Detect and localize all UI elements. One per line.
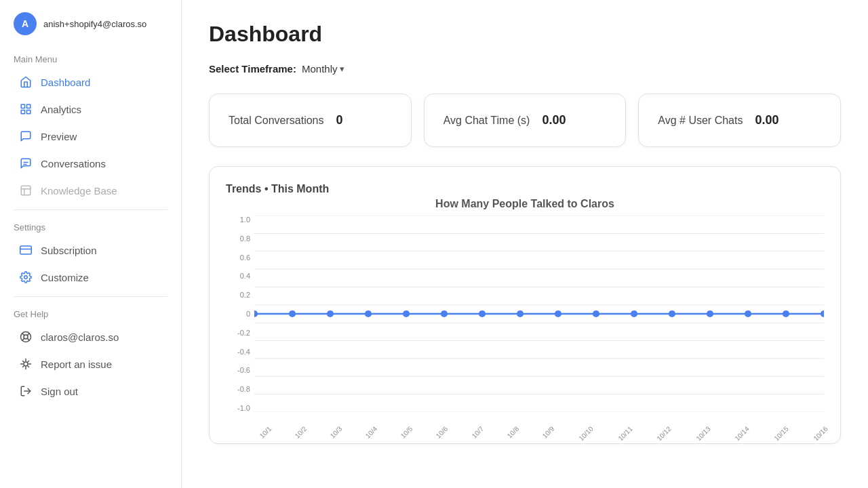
svg-rect-7 bbox=[20, 246, 32, 254]
svg-point-35 bbox=[254, 310, 258, 317]
sidebar-item-dashboard[interactable]: Dashboard bbox=[5, 69, 176, 95]
y-axis-label: 0.4 bbox=[240, 272, 250, 280]
stat-label-1: Avg Chat Time (s) bbox=[443, 115, 530, 127]
sidebar-item-report[interactable]: Report an issue bbox=[5, 351, 176, 377]
svg-point-37 bbox=[327, 310, 334, 317]
x-axis-label: 10/9 bbox=[540, 425, 555, 440]
svg-point-50 bbox=[821, 310, 824, 317]
chart-subtitle: How Many People Talked to Claros bbox=[226, 198, 824, 210]
sidebar-item-preview[interactable]: Preview bbox=[5, 123, 176, 149]
stat-value-2: 0.00 bbox=[755, 113, 778, 127]
sidebar-item-dashboard-label: Dashboard bbox=[41, 77, 90, 88]
svg-point-45 bbox=[631, 310, 637, 317]
svg-line-12 bbox=[22, 333, 24, 336]
svg-rect-1 bbox=[27, 104, 31, 108]
divider-settings bbox=[14, 209, 167, 210]
y-axis-label: -0.8 bbox=[237, 385, 250, 393]
sidebar-item-signout-label: Sign out bbox=[41, 386, 78, 397]
sidebar-item-conversations[interactable]: Conversations bbox=[5, 150, 176, 176]
x-axis-label: 10/12 bbox=[655, 425, 672, 442]
chart-area bbox=[254, 216, 824, 412]
sidebar-item-analytics[interactable]: Analytics bbox=[5, 96, 176, 122]
y-axis-label: 0.2 bbox=[240, 291, 250, 299]
x-axis-label: 10/6 bbox=[435, 425, 450, 440]
sidebar-item-knowledge-base: Knowledge Base bbox=[5, 178, 176, 203]
divider-help bbox=[14, 296, 167, 297]
svg-point-49 bbox=[783, 310, 789, 317]
preview-icon bbox=[19, 129, 33, 143]
signout-icon bbox=[19, 384, 33, 398]
timeframe-select[interactable]: Monthly ▾ bbox=[302, 63, 345, 75]
sidebar-item-preview-label: Preview bbox=[41, 131, 77, 142]
subscription-icon bbox=[19, 243, 33, 257]
sidebar-item-email[interactable]: claros@claros.so bbox=[5, 324, 176, 350]
svg-point-36 bbox=[289, 310, 296, 317]
page-title: Dashboard bbox=[209, 22, 841, 47]
svg-rect-0 bbox=[21, 104, 24, 108]
svg-point-42 bbox=[517, 310, 524, 317]
x-axis-label: 10/14 bbox=[734, 425, 751, 442]
sidebar-item-knowledge-base-label: Knowledge Base bbox=[41, 185, 117, 197]
x-axis-label: 10/8 bbox=[505, 425, 520, 440]
x-axis: 10/110/210/310/410/510/610/710/810/910/1… bbox=[254, 412, 824, 432]
sidebar-item-customize[interactable]: Customize bbox=[5, 264, 176, 290]
x-axis-label: 10/11 bbox=[616, 425, 633, 442]
user-email: anish+shopify4@claros.so bbox=[43, 19, 146, 29]
sidebar: A anish+shopify4@claros.so Main Menu Das… bbox=[0, 0, 182, 488]
home-icon bbox=[19, 75, 33, 89]
y-axis: 1.00.80.60.40.20-0.2-0.4-0.6-0.8-1.0 bbox=[226, 216, 254, 412]
chart-title: Trends • This Month bbox=[226, 183, 824, 195]
y-axis-label: -0.4 bbox=[237, 348, 250, 356]
bug-icon bbox=[19, 357, 33, 371]
sidebar-item-subscription-label: Subscription bbox=[41, 245, 97, 256]
x-axis-label: 10/15 bbox=[772, 425, 789, 442]
y-axis-label: -0.2 bbox=[237, 329, 250, 337]
svg-point-38 bbox=[365, 310, 372, 317]
stat-label-0: Total Conversations bbox=[229, 115, 324, 127]
x-axis-label: 10/1 bbox=[258, 425, 273, 440]
svg-point-43 bbox=[555, 310, 561, 317]
gear-icon bbox=[19, 270, 33, 284]
svg-line-13 bbox=[27, 338, 29, 340]
svg-point-44 bbox=[593, 310, 599, 317]
svg-point-47 bbox=[707, 310, 713, 317]
x-axis-label: 10/4 bbox=[364, 425, 379, 440]
knowledge-base-icon bbox=[19, 184, 33, 197]
y-axis-label: -1.0 bbox=[237, 404, 250, 412]
sidebar-item-email-label: claros@claros.so bbox=[41, 331, 119, 343]
stat-label-2: Avg # User Chats bbox=[658, 115, 743, 127]
x-axis-label: 10/3 bbox=[329, 425, 344, 440]
main-content: Dashboard Select Timeframe: Monthly ▾ To… bbox=[182, 0, 868, 488]
sidebar-item-subscription[interactable]: Subscription bbox=[5, 237, 176, 263]
stat-value-1: 0.00 bbox=[542, 113, 566, 127]
stat-card-avg-chat-time: Avg Chat Time (s) 0.00 bbox=[424, 94, 627, 147]
stats-row: Total Conversations 0 Avg Chat Time (s) … bbox=[209, 94, 841, 147]
svg-point-9 bbox=[24, 276, 28, 279]
chart-wrap: 1.00.80.60.40.20-0.2-0.4-0.6-0.8-1.0 bbox=[226, 216, 824, 432]
x-axis-label: 10/16 bbox=[812, 425, 829, 442]
avatar: A bbox=[14, 12, 37, 35]
svg-point-16 bbox=[24, 362, 28, 366]
user-profile: A anish+shopify4@claros.so bbox=[0, 0, 181, 47]
stat-value-0: 0 bbox=[336, 113, 343, 127]
chart-container: Trends • This Month How Many People Talk… bbox=[209, 166, 841, 444]
y-axis-label: 0.6 bbox=[240, 253, 250, 262]
svg-point-39 bbox=[403, 310, 410, 317]
analytics-icon bbox=[19, 102, 33, 116]
timeframe-row: Select Timeframe: Monthly ▾ bbox=[209, 63, 841, 75]
sidebar-item-report-label: Report an issue bbox=[41, 359, 112, 370]
sidebar-item-signout[interactable]: Sign out bbox=[5, 378, 176, 404]
stat-card-avg-user-chats: Avg # User Chats 0.00 bbox=[638, 94, 841, 147]
y-axis-label: 1.0 bbox=[240, 216, 250, 224]
timeframe-label: Select Timeframe: bbox=[209, 63, 296, 75]
settings-label: Settings bbox=[0, 216, 181, 237]
svg-rect-3 bbox=[21, 110, 24, 114]
sidebar-item-analytics-label: Analytics bbox=[41, 104, 81, 115]
main-menu-label: Main Menu bbox=[0, 47, 181, 68]
svg-point-41 bbox=[479, 310, 486, 317]
stat-card-total-conversations: Total Conversations 0 bbox=[209, 94, 412, 147]
y-axis-label: -0.6 bbox=[237, 366, 250, 374]
svg-line-14 bbox=[27, 333, 29, 336]
conversations-icon bbox=[19, 157, 33, 170]
chevron-down-icon: ▾ bbox=[340, 64, 344, 74]
